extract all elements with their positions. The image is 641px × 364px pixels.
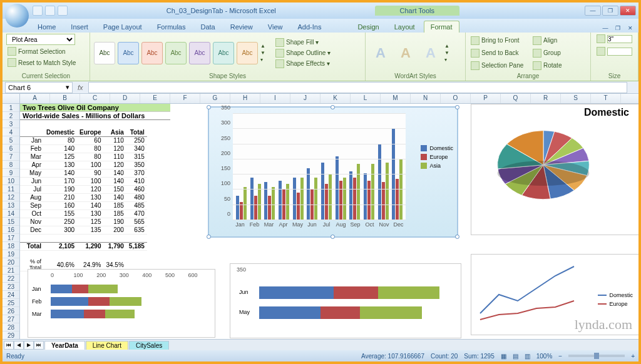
row-head[interactable]: 18 xyxy=(3,242,19,250)
nav-prev-icon[interactable]: ◀ xyxy=(14,341,24,350)
col-head[interactable]: P xyxy=(471,94,501,103)
shape-effects-button[interactable]: Shape Effects ▾ xyxy=(274,59,332,69)
nav-next-icon[interactable]: ▶ xyxy=(24,341,34,350)
zoom-thumb[interactable] xyxy=(594,353,599,359)
zoom-out-icon[interactable]: − xyxy=(558,353,562,360)
resize-handle[interactable] xyxy=(331,235,335,239)
resize-handle[interactable] xyxy=(331,105,335,109)
row-head[interactable]: 8 xyxy=(3,161,19,169)
col-head[interactable]: B xyxy=(50,94,80,103)
sheet-tab-yeardata[interactable]: YearData xyxy=(44,341,85,350)
shape-outline-button[interactable]: Shape Outline ▾ xyxy=(274,48,332,58)
col-head[interactable]: S xyxy=(561,94,591,103)
col-head[interactable]: C xyxy=(80,94,110,103)
row-head[interactable]: 17 xyxy=(3,234,19,242)
height-input[interactable] xyxy=(595,34,633,44)
zoom-level[interactable]: 100% xyxy=(536,353,553,360)
selection-pane-button[interactable]: Selection Pane xyxy=(469,61,529,71)
selection-combo[interactable]: Plot Area xyxy=(6,34,75,45)
company-title[interactable]: Two Trees Olive Oil Company xyxy=(20,104,170,112)
tab-review[interactable]: Review xyxy=(224,21,259,33)
tab-data[interactable]: Data xyxy=(194,21,221,33)
row-head[interactable]: 25 xyxy=(3,299,19,307)
col-head[interactable]: O xyxy=(441,94,471,103)
close-button[interactable]: ✕ xyxy=(620,6,636,16)
tab-view[interactable]: View xyxy=(262,21,289,33)
send-to-back-button[interactable]: Send to Back xyxy=(469,48,529,58)
col-head[interactable]: K xyxy=(320,94,351,103)
col-head[interactable]: J xyxy=(290,94,320,103)
shape-style-1[interactable]: Abc xyxy=(94,42,115,64)
col-head[interactable]: R xyxy=(531,94,561,103)
wa-up-icon[interactable]: ▲ xyxy=(444,43,452,49)
redo-icon[interactable] xyxy=(58,6,68,16)
col-head[interactable]: M xyxy=(381,94,411,103)
undo-icon[interactable] xyxy=(45,6,55,16)
stacked-bar-chart[interactable]: 350 JunMay xyxy=(230,263,461,338)
col-head[interactable]: N xyxy=(411,94,441,103)
row-head[interactable]: 28 xyxy=(3,323,19,331)
row-head[interactable]: 2 xyxy=(3,112,19,120)
view-pagebreak-icon[interactable]: ▥ xyxy=(525,353,530,360)
doc-minimize-button[interactable]: — xyxy=(600,24,611,33)
nav-last-icon[interactable]: ⏭ xyxy=(34,341,44,350)
gallery-down-icon[interactable]: ▼ xyxy=(260,50,268,56)
gallery-more-icon[interactable]: ▾ xyxy=(260,57,268,63)
row-head[interactable]: 24 xyxy=(3,291,19,299)
pie-chart[interactable]: Domestic xyxy=(471,104,638,235)
column-chart[interactable]: 050100150200250300350 JanFebMarAprMayJun… xyxy=(208,106,458,238)
row-head[interactable]: 20 xyxy=(3,258,19,266)
tab-addins[interactable]: Add-Ins xyxy=(291,21,327,33)
row-head[interactable]: 26 xyxy=(3,307,19,315)
office-button[interactable] xyxy=(5,4,29,28)
maximize-button[interactable]: ❐ xyxy=(602,6,618,16)
col-head[interactable]: L xyxy=(351,94,381,103)
tab-layout[interactable]: Layout xyxy=(388,21,421,33)
col-head[interactable]: T xyxy=(591,94,621,103)
row-head[interactable]: 10 xyxy=(3,177,19,185)
col-head[interactable]: E xyxy=(140,94,170,103)
group-button[interactable]: Group xyxy=(531,48,575,58)
row-head[interactable]: 13 xyxy=(3,201,19,210)
shape-style-7[interactable]: Abc xyxy=(237,42,258,64)
zoom-slider[interactable] xyxy=(568,355,625,357)
hbar-chart[interactable]: 0100200300400500600 JanFebMar xyxy=(28,269,215,338)
row-head[interactable]: 12 xyxy=(3,193,19,201)
col-head[interactable]: Q xyxy=(501,94,531,103)
tab-home[interactable]: Home xyxy=(31,21,62,33)
row-head[interactable]: 9 xyxy=(3,169,19,177)
view-layout-icon[interactable]: ▤ xyxy=(513,353,518,360)
row-head[interactable]: 27 xyxy=(3,315,19,323)
doc-restore-button[interactable]: ❐ xyxy=(612,24,623,33)
col-head[interactable]: I xyxy=(260,94,290,103)
row-head[interactable]: 16 xyxy=(3,226,19,234)
worksheet-grid[interactable]: 1234567891011121314151617181920212223242… xyxy=(3,104,638,346)
col-head[interactable]: A xyxy=(20,94,50,103)
reset-match-button[interactable]: Reset to Match Style xyxy=(6,58,77,68)
plot-area[interactable] xyxy=(233,114,406,220)
nav-first-icon[interactable]: ⏮ xyxy=(4,341,14,350)
col-head[interactable]: F xyxy=(170,94,200,103)
subtitle[interactable]: World-wide Sales - Millions of Dollars xyxy=(20,112,170,120)
rotate-button[interactable]: Rotate xyxy=(531,61,575,71)
resize-handle[interactable] xyxy=(207,105,211,109)
row-head[interactable]: 19 xyxy=(3,250,19,258)
shape-style-5[interactable]: Abc xyxy=(189,42,210,64)
wordart-style-2[interactable]: A xyxy=(394,41,417,66)
shape-fill-button[interactable]: Shape Fill ▾ xyxy=(274,38,332,48)
fx-icon[interactable]: fx xyxy=(78,84,83,91)
gallery-up-icon[interactable]: ▲ xyxy=(260,43,268,49)
align-button[interactable]: Align xyxy=(531,36,575,46)
wordart-style-1[interactable]: A xyxy=(369,41,392,66)
row-head[interactable]: 4 xyxy=(3,128,19,136)
row-head[interactable]: 3 xyxy=(3,120,19,128)
format-selection-button[interactable]: Format Selection xyxy=(6,46,67,56)
row-head[interactable]: 14 xyxy=(3,210,19,218)
row-head[interactable]: 15 xyxy=(3,218,19,226)
shape-style-2[interactable]: Abc xyxy=(118,42,139,64)
resize-handle[interactable] xyxy=(207,235,211,239)
tab-design[interactable]: Design xyxy=(351,21,385,33)
shape-style-4[interactable]: Abc xyxy=(165,42,187,64)
row-head[interactable]: 22 xyxy=(3,275,19,283)
row-head[interactable]: 5 xyxy=(3,136,19,144)
